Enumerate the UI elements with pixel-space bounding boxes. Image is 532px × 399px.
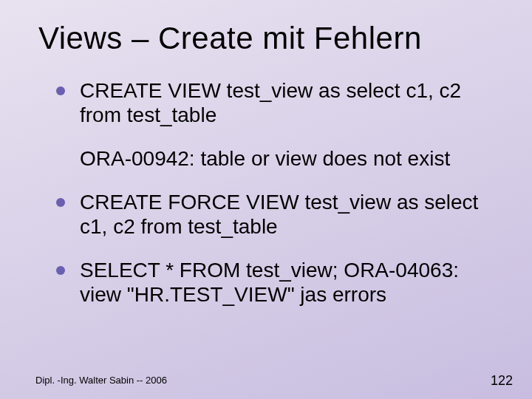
list-item: CREATE VIEW test_view as select c1, c2 f… — [56, 78, 502, 127]
list-item-text: SELECT * FROM test_view; ORA-04063: view… — [80, 259, 459, 306]
footer-author: Dipl. -Ing. Walter Sabin -- 2006 — [35, 375, 167, 386]
page-number: 122 — [491, 373, 513, 389]
bullet-list: CREATE VIEW test_view as select c1, c2 f… — [35, 78, 502, 307]
list-item-text: CREATE FORCE VIEW test_view as select c1… — [80, 191, 478, 238]
list-item: SELECT * FROM test_view; ORA-04063: view… — [56, 258, 502, 307]
list-item: ORA-00942: table or view does not exist — [56, 146, 502, 171]
list-item-text: ORA-00942: table or view does not exist — [80, 147, 450, 170]
list-item: CREATE FORCE VIEW test_view as select c1… — [56, 190, 502, 239]
slide: Views – Create mit Fehlern CREATE VIEW t… — [0, 0, 532, 399]
slide-title: Views – Create mit Fehlern — [38, 21, 502, 56]
list-item-text: CREATE VIEW test_view as select c1, c2 f… — [80, 79, 461, 126]
